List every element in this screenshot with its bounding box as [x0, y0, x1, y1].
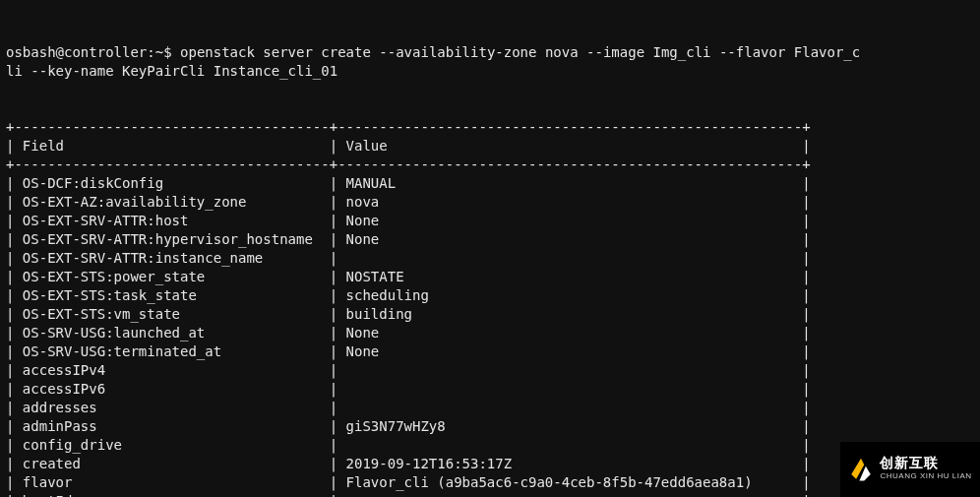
table-row: | OS-EXT-STS:power_state | NOSTATE | [6, 268, 980, 286]
table-row: | OS-DCF:diskConfig | MANUAL | [6, 174, 980, 193]
table-row: | adminPass | giS3N77wHZy8 | [6, 417, 980, 436]
table-border: +--------------------------------------+… [6, 155, 980, 174]
prompt-colon: : [147, 44, 154, 60]
table-row: | config_drive | | [6, 436, 980, 455]
table-row: | OS-EXT-SRV-ATTR:host | None | [6, 212, 980, 230]
table-row: | OS-SRV-USG:terminated_at | None | [6, 342, 980, 361]
table-row: | OS-EXT-STS:task_state | scheduling | [6, 286, 980, 305]
watermark-logo-icon [848, 457, 874, 482]
table-row: | flavor | Flavor_cli (a9ba5ac6-c9a0-4ce… [6, 473, 980, 492]
table-row: | addresses | | [6, 399, 980, 417]
table-row: | created | 2019-09-12T16:53:17Z | [6, 455, 980, 473]
table-row: | accessIPv6 | | [6, 380, 980, 399]
table-row: | hostId | | [6, 492, 980, 497]
ascii-table: +--------------------------------------+… [6, 118, 980, 497]
table-border: +--------------------------------------+… [6, 118, 980, 137]
prompt-at: @ [56, 44, 64, 60]
watermark-text-cn: 创新互联 [880, 457, 971, 469]
table-row: | OS-EXT-SRV-ATTR:instance_name | | [6, 249, 980, 268]
watermark-text-en: CHUANG XIN HU LIAN [880, 469, 971, 482]
table-row: | OS-EXT-STS:vm_state | building | [6, 305, 980, 324]
prompt-host: controller [64, 44, 147, 60]
shell-prompt-line: osbash@controller:~$ openstack server cr… [6, 43, 980, 81]
table-row: | OS-SRV-USG:launched_at | None | [6, 324, 980, 342]
table-row: | OS-EXT-AZ:availability_zone | nova | [6, 193, 980, 212]
prompt-path: ~ [155, 44, 163, 60]
table-header: | Field | Value | [6, 137, 980, 155]
table-row: | OS-EXT-SRV-ATTR:hypervisor_hostname | … [6, 230, 980, 249]
watermark-badge: 创新互联 CHUANG XIN HU LIAN [840, 442, 980, 497]
terminal-output: osbash@controller:~$ openstack server cr… [0, 0, 980, 497]
prompt-dollar: $ [163, 44, 180, 60]
prompt-user: osbash [6, 44, 56, 60]
table-row: | accessIPv4 | | [6, 361, 980, 380]
